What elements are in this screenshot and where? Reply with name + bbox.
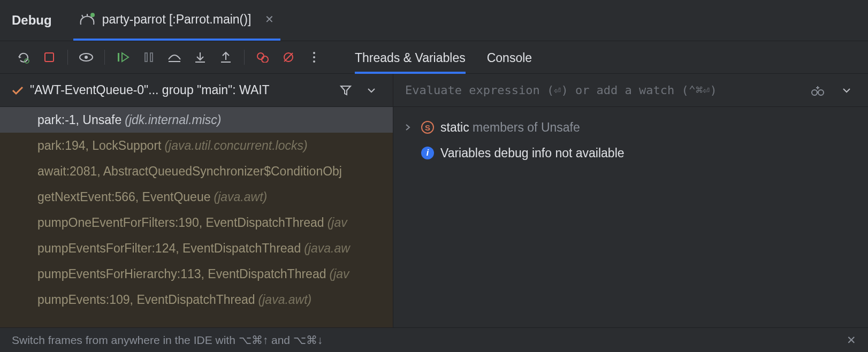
- stack-frame[interactable]: pumpEvents:109, EventDispatchThread(java…: [0, 287, 393, 312]
- footer-hint: Switch frames from anywhere in the IDE w…: [12, 334, 323, 347]
- chevron-right-icon: [405, 124, 415, 131]
- stack-frame[interactable]: pumpOneEventForFilters:190, EventDispatc…: [0, 210, 393, 235]
- evaluate-expression-input[interactable]: [405, 83, 798, 97]
- stack-frame[interactable]: park:194, LockSupport(java.util.concurre…: [0, 133, 393, 158]
- step-into-button[interactable]: [188, 45, 212, 69]
- svg-rect-2: [45, 53, 54, 62]
- svg-point-13: [257, 53, 264, 59]
- resume-button[interactable]: [111, 45, 135, 69]
- variables-panel: S static members of Unsafe ▸ i Variables…: [393, 74, 868, 327]
- pause-button[interactable]: [137, 45, 161, 69]
- step-over-button[interactable]: [163, 45, 186, 69]
- static-members-node[interactable]: S static members of Unsafe: [393, 114, 868, 140]
- svg-point-19: [313, 60, 315, 63]
- svg-rect-7: [150, 53, 153, 62]
- debug-title: Debug: [12, 13, 52, 28]
- frames-panel: "AWT-EventQueue-0"... group "main": WAIT…: [0, 74, 393, 327]
- thread-label: "AWT-EventQueue-0"... group "main": WAIT: [30, 83, 330, 97]
- view-breakpoints-button[interactable]: [251, 45, 275, 69]
- tab-threads-variables[interactable]: Threads & Variables: [355, 51, 466, 74]
- mute-breakpoints-button[interactable]: [277, 45, 300, 69]
- bug-run-icon: [80, 13, 96, 26]
- more-button[interactable]: [302, 45, 326, 69]
- close-tab-icon[interactable]: ✕: [265, 13, 274, 26]
- stack-frame[interactable]: pumpEventsForHierarchy:113, EventDispatc…: [0, 261, 393, 287]
- separator: [244, 50, 245, 65]
- stop-button[interactable]: [37, 45, 61, 69]
- svg-point-4: [85, 56, 88, 59]
- svg-point-14: [262, 56, 268, 63]
- separator: [67, 50, 68, 65]
- svg-point-21: [818, 90, 824, 95]
- svg-point-0: [90, 13, 95, 17]
- tab-console[interactable]: Console: [487, 51, 532, 74]
- chevron-down-icon[interactable]: [362, 81, 381, 100]
- svg-rect-5: [118, 53, 119, 62]
- static-badge-icon: S: [421, 121, 434, 134]
- rerun-button[interactable]: [12, 45, 35, 69]
- info-badge-icon: i: [421, 147, 434, 159]
- show-execution-point-button[interactable]: [74, 45, 98, 69]
- separator: [104, 50, 105, 65]
- filter-icon[interactable]: [336, 81, 355, 100]
- stack-frame[interactable]: pumpEventsForFilter:124, EventDispatchTh…: [0, 235, 393, 261]
- svg-rect-6: [145, 53, 147, 62]
- step-out-button[interactable]: [214, 45, 238, 69]
- stack-frame[interactable]: getNextEvent:566, EventQueue(java.awt): [0, 184, 393, 210]
- run-config-tab[interactable]: party-parrot [:Parrot.main()] ✕: [73, 0, 281, 41]
- debug-info-message: ▸ i Variables debug info not available: [393, 140, 868, 166]
- add-watch-icon[interactable]: [808, 81, 827, 100]
- stack-frame[interactable]: await:2081, AbstractQueuedSynchronizer$C…: [0, 158, 393, 184]
- close-hint-icon[interactable]: ✕: [847, 334, 856, 347]
- check-icon: [12, 86, 24, 95]
- stack-frame[interactable]: park:-1, Unsafe(jdk.internal.misc): [0, 107, 393, 133]
- run-config-label: party-parrot [:Parrot.main()]: [102, 12, 252, 27]
- svg-point-17: [313, 52, 315, 54]
- chevron-down-icon[interactable]: [837, 81, 856, 100]
- svg-point-20: [812, 90, 817, 95]
- thread-selector[interactable]: "AWT-EventQueue-0"... group "main": WAIT: [0, 74, 393, 107]
- static-members-label: static members of Unsafe: [440, 120, 580, 135]
- svg-point-18: [313, 56, 315, 58]
